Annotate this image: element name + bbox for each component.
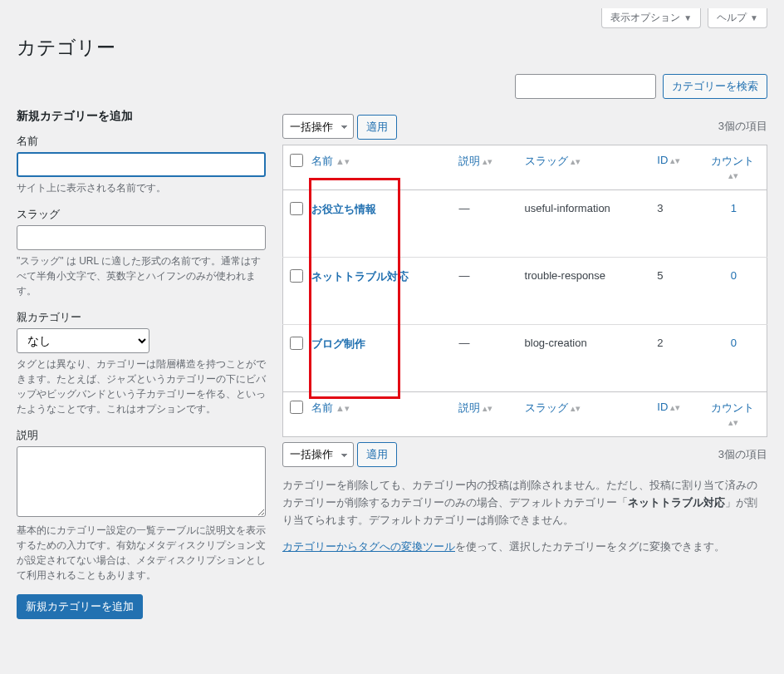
sort-icon: ▴▾: [728, 170, 738, 180]
category-link[interactable]: ネットトラブル対応: [311, 270, 409, 283]
col-id[interactable]: ID▴▾: [657, 401, 680, 413]
apply-button-bottom[interactable]: 適用: [357, 442, 397, 467]
select-all-bottom[interactable]: [290, 401, 303, 414]
cell-slug: blog-creation: [517, 324, 649, 391]
description-desc: 基本的にカテゴリー設定の一覧テーブルに説明文を表示するための入力です。有効なメタ…: [17, 523, 266, 583]
col-description[interactable]: 説明▴▾: [458, 155, 492, 167]
description-label: 説明: [17, 428, 266, 443]
items-count-top: 3個の項目: [718, 119, 767, 134]
screen-options-button[interactable]: 表示オプション▼: [601, 8, 701, 28]
cell-id: 5: [649, 257, 700, 324]
col-description[interactable]: 説明▴▾: [458, 401, 492, 414]
cell-desc: —: [450, 257, 516, 324]
page-title: カテゴリー: [17, 35, 767, 61]
col-count[interactable]: カウント▴▾: [711, 401, 757, 428]
sort-icon: ▴▾: [571, 156, 581, 166]
sort-icon: ▴▾: [483, 156, 492, 166]
row-checkbox[interactable]: [290, 337, 303, 350]
select-all-top[interactable]: [290, 154, 303, 167]
delete-notice: カテゴリーを削除しても、カテゴリー内の投稿は削除されません。ただし、投稿に割り当…: [282, 477, 767, 529]
parent-desc: タグとは異なり、カテゴリーは階層構造を持つことができます。たとえば、ジャズという…: [17, 357, 266, 416]
convert-notice: カテゴリーからタグへの変換ツールを使って、選択したカテゴリーをタグに変換できます…: [282, 539, 767, 556]
parent-select[interactable]: なし: [17, 328, 149, 353]
category-link[interactable]: お役立ち情報: [311, 203, 376, 215]
cell-id: 2: [649, 324, 700, 391]
count-link[interactable]: 0: [731, 269, 737, 282]
table-row: ネットトラブル対応 — trouble-response 5 0: [283, 257, 767, 324]
row-checkbox[interactable]: [290, 202, 303, 215]
categories-table: 名前▲▾ 説明▴▾ スラッグ▴▾ ID▴▾ カウント▴▾ お役立ち情報 — u: [282, 145, 767, 437]
col-name[interactable]: 名前▲▾: [311, 155, 350, 167]
bulk-action-select-bottom[interactable]: 一括操作: [282, 442, 354, 467]
count-link[interactable]: 0: [731, 337, 737, 349]
col-id[interactable]: ID▴▾: [657, 154, 680, 166]
items-count-bottom: 3個の項目: [718, 447, 767, 462]
table-row: お役立ち情報 — useful-information 3 1: [283, 189, 767, 257]
sort-icon: ▴▾: [670, 155, 680, 165]
search-input[interactable]: [515, 74, 656, 99]
convert-link[interactable]: カテゴリーからタグへの変換ツール: [282, 540, 455, 553]
count-link[interactable]: 1: [731, 202, 737, 214]
col-slug[interactable]: スラッグ▴▾: [525, 155, 581, 167]
slug-input[interactable]: [17, 225, 266, 250]
bulk-action-select-top[interactable]: 一括操作: [282, 114, 354, 139]
cell-slug: trouble-response: [517, 257, 649, 324]
cell-id: 3: [649, 189, 700, 257]
parent-label: 親カテゴリー: [17, 310, 266, 325]
submit-button[interactable]: 新規カテゴリーを追加: [17, 594, 143, 619]
chevron-down-icon: ▼: [750, 13, 758, 22]
col-name[interactable]: 名前▲▾: [311, 401, 350, 414]
cell-slug: useful-information: [517, 189, 649, 257]
name-label: 名前: [17, 134, 266, 149]
col-count[interactable]: カウント▴▾: [711, 155, 757, 181]
add-new-heading: 新規カテゴリーを追加: [17, 109, 266, 124]
table-row: ブログ制作 — blog-creation 2 0: [283, 324, 767, 391]
cell-desc: —: [450, 324, 516, 391]
description-textarea[interactable]: [17, 446, 266, 517]
slug-desc: "スラッグ" は URL に適した形式の名前です。通常はすべて半角小文字で、英数…: [17, 253, 266, 298]
sort-icon: ▲▾: [336, 156, 350, 166]
name-input[interactable]: [17, 152, 266, 177]
name-desc: サイト上に表示される名前です。: [17, 180, 266, 195]
cell-desc: —: [450, 189, 516, 257]
help-button[interactable]: ヘルプ▼: [708, 8, 767, 28]
col-slug[interactable]: スラッグ▴▾: [525, 401, 581, 414]
search-button[interactable]: カテゴリーを検索: [663, 74, 767, 99]
apply-button-top[interactable]: 適用: [357, 115, 397, 140]
chevron-down-icon: ▼: [684, 13, 692, 22]
slug-label: スラッグ: [17, 207, 266, 222]
row-checkbox[interactable]: [290, 269, 303, 283]
category-link[interactable]: ブログ制作: [311, 337, 365, 350]
